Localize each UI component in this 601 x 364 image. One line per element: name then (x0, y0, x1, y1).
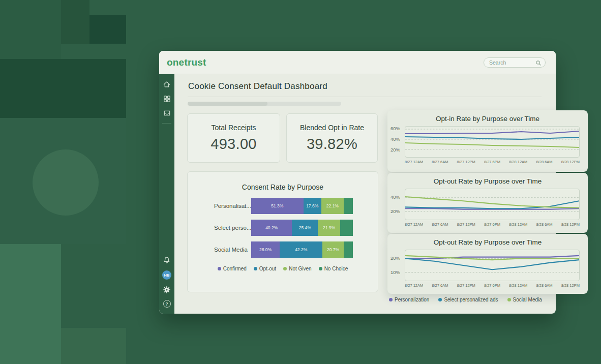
x-tick-label: 8/27 12PM (457, 283, 475, 288)
x-tick-label: 8/27 6PM (484, 222, 500, 227)
x-axis: 8/27 12AM8/27 6AM8/27 12PM8/27 6PM8/28 1… (405, 283, 580, 288)
bar-segment[interactable]: 42.2% (280, 241, 322, 258)
sidebar-item-home[interactable] (159, 80, 174, 88)
y-axis: 20%40% (387, 189, 403, 220)
grid-icon (163, 95, 171, 103)
bar-category-label: Social Media (214, 247, 251, 253)
x-tick-label: 8/28 6AM (536, 283, 552, 288)
bar-segment[interactable]: 28.0% (251, 241, 280, 258)
legend-label: Social Media (513, 297, 542, 302)
bar-segment[interactable] (344, 241, 353, 258)
bar-segment[interactable]: 17.6% (304, 198, 321, 214)
chart-title: Opt-in Rate by Purpose over Time (387, 115, 588, 123)
opt-in-rate-chart-card: Opt-in Rate by Purpose over Time 20%40%6… (387, 110, 588, 172)
y-tick-label: 60% (390, 126, 400, 131)
y-tick-label: 10% (390, 269, 400, 275)
bar-segment[interactable]: 21.9% (318, 220, 340, 236)
bar-segment[interactable]: 40.2% (251, 220, 292, 236)
home-icon (163, 80, 171, 88)
search-box[interactable] (484, 57, 546, 68)
y-tick-label: 40% (390, 194, 400, 200)
y-tick-label: 20% (390, 147, 400, 153)
bg-square (0, 244, 61, 364)
line-chart-plot[interactable] (405, 189, 580, 220)
bar-row: Personalisat...51.3%17.6%22.1% (188, 198, 378, 214)
sidebar-item-inbox[interactable] (159, 109, 174, 117)
bar-row: Social Media28.0%42.2%20.7% (188, 241, 378, 258)
opt-out-rate-chart-card-1: Opt-out Rate by Purpose over Time 20%40%… (387, 173, 588, 233)
kpi-value: 39.82% (307, 136, 357, 153)
x-tick-label: 8/28 12PM (561, 160, 580, 164)
bar-segment[interactable] (340, 220, 353, 236)
legend-label: Opt-out (259, 266, 276, 271)
legend-dot (507, 298, 511, 301)
x-tick-label: 8/28 12AM (509, 283, 527, 288)
legend-label: Select personalized ads (444, 297, 498, 302)
x-tick-label: 8/27 6PM (484, 283, 500, 288)
title-divider (188, 97, 542, 97)
x-axis: 8/27 12AM8/27 6AM8/27 12PM8/27 6PM8/28 1… (405, 222, 580, 227)
legend-item: Confirmed (218, 266, 247, 271)
page-title: Cookie Consent Default Dashboard (188, 81, 327, 92)
bar-track: 28.0%42.2%20.7% (251, 241, 353, 258)
x-tick-label: 8/27 6AM (432, 222, 448, 227)
bar-segment[interactable]: 25.4% (292, 220, 318, 236)
bar-segment[interactable]: 22.1% (321, 198, 344, 214)
legend-item: No Choice (319, 266, 348, 271)
search-input[interactable] (489, 59, 536, 66)
x-tick-label: 8/27 6AM (432, 160, 448, 164)
legend-dot (218, 267, 221, 270)
legend-item: Not Given (283, 266, 311, 271)
stacked-bar-chart: Personalisat...51.3%17.6%22.1%Select per… (188, 198, 378, 258)
x-tick-label: 8/27 12AM (405, 222, 423, 227)
x-tick-label: 8/28 6AM (536, 160, 552, 164)
legend-label: No Choice (324, 266, 348, 271)
chart-title: Consent Rate by Purpose (188, 183, 378, 191)
bar-segment[interactable]: 51.3% (251, 198, 304, 214)
legend-label: Not Given (289, 266, 311, 271)
legend-item: Select personalized ads (438, 297, 498, 302)
app-window: onetrust (159, 51, 556, 314)
x-tick-label: 8/27 12AM (405, 283, 423, 288)
timeseries-legend: PersonalizationSelect personalized adsSo… (389, 297, 589, 302)
legend-item: Opt-out (254, 266, 276, 271)
opt-out-rate-chart-card-2: Opt-out Rate by Purpose over Time 10%20%… (387, 234, 588, 294)
loading-bar (188, 102, 341, 106)
gear-icon (163, 286, 171, 294)
x-tick-label: 8/28 12AM (509, 222, 527, 227)
help-icon[interactable]: ? (163, 300, 171, 308)
kpi-label: Total Receipts (212, 124, 256, 132)
bg-circle (33, 149, 99, 216)
dashboard-content: Cookie Consent Default Dashboard Total R… (174, 74, 556, 314)
bar-segment[interactable]: 20.7% (322, 241, 343, 258)
x-tick-label: 8/27 12AM (405, 160, 423, 164)
legend-item: Social Media (507, 297, 542, 302)
x-axis: 8/27 12AM8/27 6AM8/27 12PM8/27 6PM8/28 1… (405, 160, 580, 164)
y-tick-label: 20% (390, 208, 400, 214)
sidebar: HB ? (159, 74, 174, 314)
bar-category-label: Personalisat... (214, 203, 251, 209)
legend-dot (389, 298, 393, 301)
loading-bar-fill (188, 102, 267, 106)
legend-dot (319, 267, 322, 270)
desktop-background: onetrust (0, 0, 601, 364)
line-chart-plot[interactable] (405, 250, 580, 281)
kpi-label: Blended Opt in Rate (300, 124, 364, 132)
bar-track: 40.2%25.4%21.9% (251, 220, 353, 236)
bar-segment[interactable] (344, 198, 353, 214)
bg-square (0, 0, 61, 59)
app-header: onetrust (159, 51, 556, 74)
search-icon (535, 60, 542, 66)
sidebar-item-settings[interactable] (159, 286, 174, 294)
sidebar-item-notifications[interactable] (159, 256, 174, 264)
chart-title: Opt-out Rate by Purpose over Time (387, 238, 588, 246)
bg-square (89, 15, 126, 44)
line-chart-plot[interactable] (405, 126, 580, 158)
y-axis: 10%20% (387, 250, 403, 281)
x-tick-label: 8/27 12PM (457, 160, 475, 164)
kpi-card-total-receipts: Total Receipts 493.00 (187, 113, 280, 163)
inbox-icon (163, 109, 171, 117)
avatar[interactable]: HB (162, 270, 171, 280)
bar-row: Select perso...40.2%25.4%21.9% (188, 220, 378, 236)
sidebar-item-dashboards[interactable] (159, 95, 174, 103)
